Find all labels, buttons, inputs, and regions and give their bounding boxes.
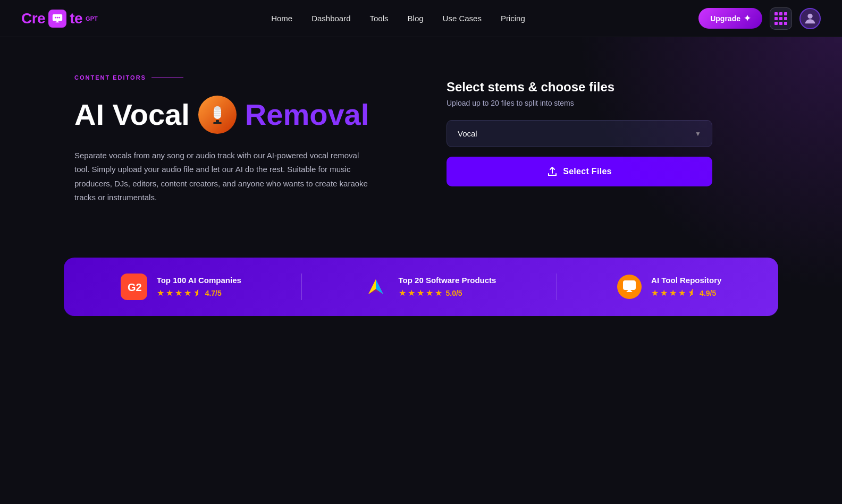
star-5: ★ [435,288,442,298]
star-4: ★ [678,288,686,298]
star-3: ★ [417,288,424,298]
g2-score: 4.7/5 [205,289,222,297]
panel-title: Select stems & choose files [447,80,712,95]
upgrade-label: Upgrade [710,14,740,23]
panel-subtitle: Upload up to 20 files to split into stem… [447,99,712,107]
star-3: ★ [175,288,182,298]
g2-rating-info: Top 100 AI Companies ★ ★ ★ ★ ⯨ 4.7/5 [157,276,241,298]
logo-icon-box [48,10,66,28]
svg-point-3 [58,16,60,18]
divider-1 [301,274,302,300]
logo-text-end: te [70,10,82,27]
tool-repo-icon [617,275,642,299]
header: Cre te GPT Home Dashboard Tools Blog Use… [0,0,842,37]
nav-tools[interactable]: Tools [370,14,389,23]
main-nav: Home Dashboard Tools Blog Use Cases Pric… [271,14,525,23]
g2-logo: G2 [125,278,142,295]
star-4: ★ [184,288,191,298]
svg-text:G2: G2 [128,281,142,293]
logo-gpt-label: GPT [86,15,98,22]
star-half: ⯨ [193,288,201,298]
g2-title: Top 100 AI Companies [157,276,241,285]
breadcrumb-label: CONTENT EDITORS [74,74,146,81]
g2-stars: ★ ★ ★ ★ ⯨ 4.7/5 [157,288,241,298]
tool-rating-info: AI Tool Repository ★ ★ ★ ★ ⯨ 4.9/5 [651,276,721,298]
avatar[interactable] [799,8,821,29]
breadcrumb-line [151,78,183,78]
svg-point-11 [214,106,221,110]
rating-item-product: Top 20 Software Products ★ ★ ★ ★ ★ 5.0/5 [363,274,496,300]
g2-icon: G2 [121,274,147,300]
nav-pricing[interactable]: Pricing [501,14,525,23]
nav-use-cases[interactable]: Use Cases [443,14,482,23]
star-1: ★ [651,288,659,298]
rating-item-g2: G2 Top 100 AI Companies ★ ★ ★ ★ ⯨ 4.7/5 [121,274,241,300]
hero-title-vocal: AI Vocal [74,98,190,131]
star-half: ⯨ [687,288,696,298]
nav-blog[interactable]: Blog [408,14,424,23]
svg-point-4 [807,13,812,18]
stem-selector[interactable]: Vocal ▼ [447,120,712,147]
grid-icon-button[interactable] [770,7,792,30]
product-score: 5.0/5 [446,289,462,297]
upload-icon [547,166,558,177]
upgrade-button[interactable]: Upgrade ✦ [698,8,762,29]
avatar-icon [803,11,818,26]
hero-description: Separate vocals from any song or audio t… [74,149,372,204]
star-4: ★ [426,288,433,298]
select-files-label: Select Files [563,167,612,176]
stem-select-arrow-icon: ▼ [695,130,701,138]
svg-point-2 [57,16,58,18]
stem-select-value: Vocal [458,129,477,138]
hero-title: AI Vocal Removal [74,96,404,134]
sparkle-icon: ✦ [744,13,751,23]
product-hunt-logo [364,275,388,298]
rating-item-tool: AI Tool Repository ★ ★ ★ ★ ⯨ 4.9/5 [617,275,721,299]
mic-icon-wrapper [198,96,237,134]
tool-stars: ★ ★ ★ ★ ⯨ 4.9/5 [651,288,721,298]
tool-title: AI Tool Repository [651,276,721,285]
product-rating-info: Top 20 Software Products ★ ★ ★ ★ ★ 5.0/5 [399,276,496,298]
nav-dashboard[interactable]: Dashboard [311,14,350,23]
tool-score: 4.9/5 [700,289,716,297]
main-content: CONTENT EDITORS AI Vocal [0,37,842,236]
select-files-button[interactable]: Select Files [447,157,712,186]
svg-rect-6 [213,122,222,124]
star-1: ★ [157,288,164,298]
svg-point-1 [55,16,56,18]
logo-text-start: Cre [21,10,45,27]
breadcrumb: CONTENT EDITORS [74,74,404,81]
header-right: Upgrade ✦ [698,7,821,30]
logo-chat-icon [52,13,63,24]
star-2: ★ [166,288,173,298]
star-2: ★ [660,288,668,298]
product-hunt-icon [363,274,389,300]
left-panel: CONTENT EDITORS AI Vocal [74,74,404,204]
svg-rect-5 [216,120,219,122]
divider-2 [557,274,557,300]
star-3: ★ [669,288,677,298]
star-2: ★ [408,288,415,298]
star-1: ★ [399,288,406,298]
product-stars: ★ ★ ★ ★ ★ 5.0/5 [399,288,496,298]
ratings-banner: G2 Top 100 AI Companies ★ ★ ★ ★ ⯨ 4.7/5 [64,258,778,316]
logo[interactable]: Cre te GPT [21,10,98,28]
right-panel: Select stems & choose files Upload up to… [447,74,712,186]
hero-title-removal: Removal [245,98,369,131]
product-title: Top 20 Software Products [399,276,496,285]
grid-icon [774,12,787,25]
svg-rect-17 [623,280,636,290]
mic-icon [207,104,228,125]
nav-home[interactable]: Home [271,14,292,23]
chat-bubble-icon [622,279,637,294]
